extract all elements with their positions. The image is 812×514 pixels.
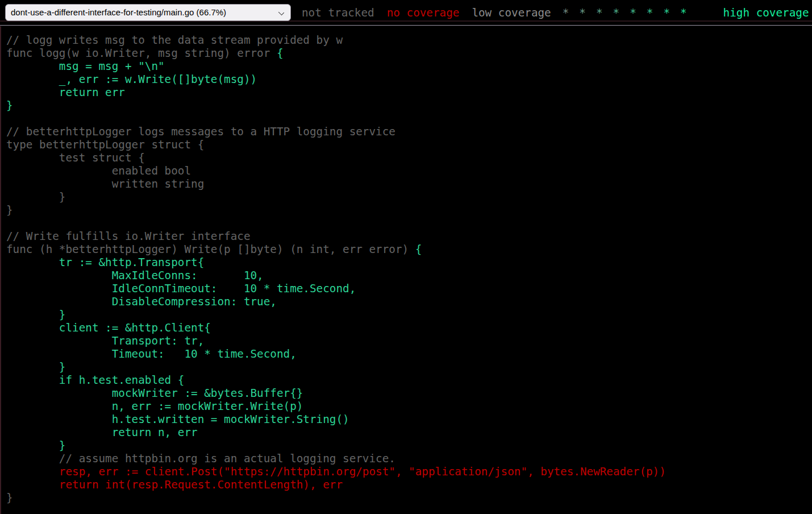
code-segment-covered: tr := &http.Transport{ [6, 256, 204, 269]
code-segment-covered: } [6, 308, 65, 321]
code-segment-untracked: // assume httpbin.org is an actual loggi… [6, 452, 395, 465]
code-segment-covered: Timeout: 10 * time.Second, [6, 347, 297, 360]
code-line: enabled bool [6, 164, 812, 177]
code-line: func logg(w io.Writer, msg string) error… [6, 47, 812, 60]
code-line: type betterhttpLogger struct { [6, 138, 812, 151]
code-segment-covered: { [415, 243, 422, 256]
code-line: } [6, 439, 812, 452]
code-segment-untracked: func (h *betterhttpLogger) Write(p []byt… [6, 243, 415, 256]
code-line: n, err := mockWriter.Write(p) [6, 400, 812, 413]
legend-asterisk: * [596, 6, 603, 19]
legend-item: low coverage [472, 6, 551, 19]
legend-item: high coverage [723, 6, 809, 19]
code-segment-covered: h.test.written = mockWriter.String() [6, 413, 349, 426]
legend-asterisk: * [613, 6, 620, 19]
code-line: return int(resp.Request.ContentLength), … [6, 478, 812, 491]
code-line: return err [6, 86, 812, 99]
code-line: resp, err := client.Post("https://httpbi… [6, 465, 812, 478]
legend-asterisk: * [647, 6, 653, 19]
code-segment-covered: IdleConnTimeout: 10 * time.Second, [6, 282, 356, 295]
file-selector-wrap: dont-use-a-different-interface-for-testi… [5, 4, 291, 21]
left-edge-artifact [0, 26, 1, 514]
code-line: h.test.written = mockWriter.String() [6, 413, 812, 426]
code-line: test struct { [6, 151, 812, 164]
code-line: if h.test.enabled { [6, 374, 812, 387]
code-segment-untracked: func logg(w io.Writer, msg string) error [6, 47, 277, 60]
code-segment-covered: msg = msg + "\n" [6, 60, 165, 73]
code-line: } [6, 99, 812, 112]
legend-asterisk: * [579, 6, 586, 19]
code-segment-untracked: // betterhttpLogger logs messages to a H… [6, 125, 395, 138]
code-segment-covered: DisableCompression: true, [6, 295, 277, 308]
coverage-legend: not trackedno coveragelow coverage******… [295, 6, 809, 19]
code-line: // logg writes msg to the data stream pr… [6, 34, 812, 47]
code-segment-untracked: } [6, 491, 13, 504]
code-line: _, err := w.Write([]byte(msg)) [6, 73, 812, 86]
legend-item: no coverage [387, 6, 460, 19]
code-segment-covered: _, err := w.Write([]byte(msg)) [6, 73, 257, 86]
source-code: // logg writes msg to the data stream pr… [6, 34, 812, 504]
legend-asterisk: * [563, 6, 569, 19]
legend-asterisk: * [680, 6, 687, 19]
code-line: Timeout: 10 * time.Second, [6, 347, 812, 360]
code-segment-covered: mockWriter := &bytes.Buffer{} [6, 387, 303, 400]
file-selector[interactable]: dont-use-a-different-interface-for-testi… [5, 4, 291, 21]
code-segment-covered: return n, err [6, 426, 198, 439]
code-segment-untracked: } [6, 190, 65, 204]
code-segment-covered: { [277, 47, 284, 60]
code-segment-covered: return err [6, 86, 125, 99]
code-line: } [6, 190, 812, 204]
code-line: func (h *betterhttpLogger) Write(p []byt… [6, 243, 812, 256]
code-segment-covered: MaxIdleConns: 10, [6, 269, 264, 282]
code-line [6, 112, 812, 125]
code-segment-uncovered: resp, err := client.Post("https://httpbi… [6, 465, 666, 478]
topbar: dont-use-a-different-interface-for-testi… [0, 0, 812, 26]
code-line: written string [6, 177, 812, 190]
code-segment-untracked: test struct { [6, 151, 145, 164]
code-segment-untracked: } [6, 204, 13, 217]
code-segment-covered: Transport: tr, [6, 334, 204, 347]
legend-asterisk: * [663, 6, 670, 19]
code-line [6, 217, 812, 230]
code-line: } [6, 360, 812, 374]
code-line: Transport: tr, [6, 334, 812, 347]
code-segment-covered: } [6, 360, 65, 374]
code-segment-untracked: // Write fulfills io.Writer interface [6, 230, 251, 243]
code-line: mockWriter := &bytes.Buffer{} [6, 387, 812, 400]
code-line: } [6, 308, 812, 321]
legend-item: not tracked [302, 6, 374, 19]
code-segment-untracked: // logg writes msg to the data stream pr… [6, 34, 343, 47]
code-line: tr := &http.Transport{ [6, 256, 812, 269]
code-line: } [6, 204, 812, 217]
content: // logg writes msg to the data stream pr… [0, 0, 812, 514]
code-line: msg = msg + "\n" [6, 60, 812, 73]
code-segment-uncovered: return int(resp.Request.ContentLength), … [6, 478, 343, 491]
code-line: return n, err [6, 426, 812, 439]
code-segment-covered: if h.test.enabled { [6, 374, 184, 387]
code-line: MaxIdleConns: 10, [6, 269, 812, 282]
code-line: // betterhttpLogger logs messages to a H… [6, 125, 812, 138]
code-line: IdleConnTimeout: 10 * time.Second, [6, 282, 812, 295]
code-segment-untracked: enabled bool [6, 164, 191, 177]
code-segment-covered: } [6, 439, 65, 452]
code-line: DisableCompression: true, [6, 295, 812, 308]
code-segment-untracked: written string [6, 177, 204, 190]
code-line: // assume httpbin.org is an actual loggi… [6, 452, 812, 465]
code-segment-covered: } [6, 99, 13, 112]
code-segment-untracked: type betterhttpLogger struct { [6, 138, 204, 151]
code-segment-covered: n, err := mockWriter.Write(p) [6, 400, 303, 413]
code-line: } [6, 491, 812, 504]
code-segment-covered: client := &http.Client{ [6, 321, 211, 334]
code-line: // Write fulfills io.Writer interface [6, 230, 812, 243]
legend-asterisk: * [630, 6, 636, 19]
code-line: client := &http.Client{ [6, 321, 812, 334]
